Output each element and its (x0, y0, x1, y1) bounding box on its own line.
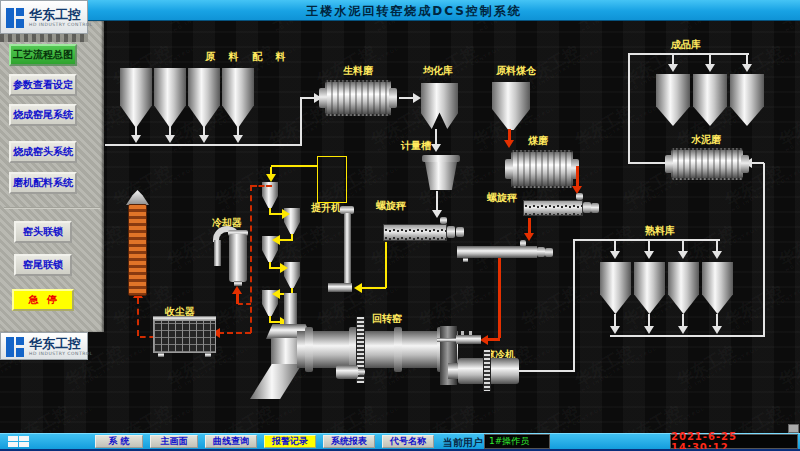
flow-line (302, 97, 314, 99)
bottom-tab-system[interactable]: 系 统 (95, 435, 143, 448)
sidebar-item-mill-batching-system[interactable]: 磨机配料系统 (9, 172, 77, 194)
sidebar-item-kiln-tail-interlock[interactable]: 窑尾联锁 (14, 254, 72, 276)
flow-arrow-down (610, 326, 620, 334)
meal-arrow-right (280, 263, 288, 273)
meal-arrow-left (272, 235, 280, 245)
flow-arrow-down (199, 135, 209, 143)
flow-line (630, 162, 672, 164)
coal-feeder-leg (463, 258, 468, 262)
flow-line (628, 54, 630, 164)
sidebar-item-process-overview[interactable]: 工艺流程总图 (9, 44, 77, 66)
flow-arrow-down (610, 251, 620, 259)
screw-scale-1 (383, 224, 447, 241)
clinker-silo-3 (668, 262, 699, 314)
bottom-tab-main-screen[interactable]: 主画面 (150, 435, 198, 448)
finished-silo-1 (656, 74, 690, 126)
raw-coal-bunker (492, 82, 530, 130)
coal-feeder-coupler2 (545, 248, 553, 257)
coal-line (498, 258, 501, 338)
sidebar-item-kiln-head-interlock[interactable]: 窑头联锁 (14, 221, 72, 243)
kiln-hood-chute (250, 364, 302, 399)
dust-collector-leg (205, 353, 211, 357)
label-homog-silo: 均化库 (423, 64, 453, 78)
current-user-label: 当前用户 (443, 436, 483, 450)
raw-hopper-2 (154, 68, 186, 128)
dust-collector-leg (158, 353, 164, 357)
coal-feeder-coupler (537, 247, 545, 257)
label-cement-mill: 水泥磨 (691, 133, 721, 147)
cement-mill-cap-right (741, 155, 749, 173)
gas-line (137, 298, 139, 336)
company-logo: 华东工控 HD INDUSTRY CONTROL (0, 0, 88, 34)
burner-fin (469, 331, 472, 335)
flow-line (610, 335, 765, 337)
flow-arrow-down (712, 326, 722, 334)
elevator-leg (344, 213, 351, 286)
screw-scale-1-drive (440, 217, 447, 224)
screw-scale-2-coupler (583, 202, 591, 213)
coal-mill (511, 150, 573, 188)
burner-pipe-inner (437, 338, 457, 342)
grate-cooler-gear (483, 350, 491, 391)
clinker-silo-4 (702, 262, 733, 314)
cement-mill-cap-left (665, 155, 673, 173)
flow-line (300, 97, 302, 146)
flow-arrow-down (742, 64, 752, 72)
bottom-tab-curve-query[interactable]: 曲线查询 (205, 435, 257, 448)
label-screw-scale-1: 螺旋秤 (376, 199, 406, 213)
raw-mill-cap-right (389, 88, 397, 108)
sidebar-item-kiln-tail-system[interactable]: 烧成窑尾系统 (9, 104, 77, 126)
label-clinker-silo: 熟料库 (645, 224, 675, 238)
window-menu-icon[interactable] (8, 436, 32, 448)
logo-icon (6, 7, 26, 29)
clinker-silo-1 (600, 262, 631, 314)
flow-line (752, 162, 764, 164)
sidebar-item-parameter-settings[interactable]: 参数查看设定 (9, 74, 77, 96)
sidebar: 工艺流程总图 参数查看设定 烧成窑尾系统 烧成窑头系统 磨机配料系统 窑头联锁 … (0, 21, 104, 332)
metering-tank-rim (422, 155, 460, 162)
metering-tank (425, 162, 457, 190)
chimney-cap (126, 190, 149, 205)
flow-line (573, 239, 720, 241)
dcs-main-screen: 华东工控HD INDUSTRY CONTROL华东工控HD INDUSTRY C… (0, 0, 800, 451)
elevator-boot (328, 283, 352, 292)
gas-arrow-up (232, 286, 242, 294)
flow-arrow-right (413, 93, 421, 103)
datetime-display: 2021-6-25 14:30:12 (670, 434, 798, 449)
coal-feeder-drive (520, 240, 526, 247)
label-raw-mill: 生料磨 (343, 64, 373, 78)
raw-mill (325, 80, 391, 116)
logo-tagline (0, 34, 88, 42)
current-user-value: 1#操作员 (484, 434, 550, 449)
coal-arrow-down (504, 140, 514, 148)
flow-arrow-down (644, 251, 654, 259)
sidebar-item-kiln-head-system[interactable]: 烧成窑头系统 (9, 141, 77, 163)
meal-arrow-down (266, 174, 276, 182)
flow-line (399, 97, 413, 99)
burner-fin (461, 331, 464, 335)
screw-scale-2-drive (576, 193, 583, 200)
flow-arrow-down (668, 64, 678, 72)
cooler-left-leg (214, 240, 221, 266)
label-rotary-kiln: 回转窑 (372, 312, 402, 326)
bottom-tab-code-names[interactable]: 代号名称 (382, 435, 434, 448)
process-flow-diagram: 原 料 配 料 生料磨 均化库 原料煤仓 成品库 计量槽 煤磨 水泥磨 螺旋秤 … (0, 0, 800, 451)
bottom-tab-system-report[interactable]: 系统报表 (323, 435, 375, 448)
flow-line (519, 370, 575, 372)
meal-arrow-left (272, 289, 280, 299)
coal-feeder-conveyor (457, 246, 537, 258)
kiln-drive-motor (336, 365, 358, 379)
gas-line (218, 332, 251, 334)
emergency-stop-button[interactable]: 急停 (12, 289, 74, 311)
kiln-tire (305, 327, 313, 372)
flow-arrow-down (233, 135, 243, 143)
flow-arrow-down (712, 251, 722, 259)
sidebar-divider (4, 207, 100, 209)
elevator-housing (317, 156, 347, 203)
screw-scale-1-coupler (447, 226, 455, 238)
bottom-tab-alarm-record[interactable]: 报警记录 (264, 435, 316, 448)
label-screw-scale-2: 螺旋秤 (487, 191, 517, 205)
label-metering-tank: 计量槽 (401, 139, 431, 153)
meal-line (271, 165, 317, 167)
screw-scale-1-coupler2 (456, 227, 464, 237)
